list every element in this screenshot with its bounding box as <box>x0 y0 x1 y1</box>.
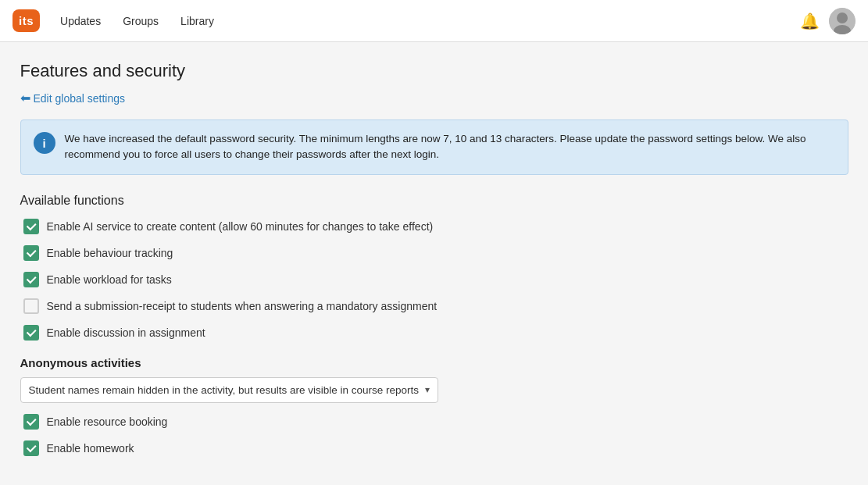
info-icon: i <box>34 132 55 154</box>
nav-item-groups[interactable]: Groups <box>112 0 170 42</box>
checkbox-ai-service[interactable] <box>23 219 39 234</box>
navbar-right: 🔔 <box>800 8 855 34</box>
checkbox-row-3: Send a submission-receipt to students wh… <box>20 298 848 314</box>
checkbox-label-resource-booking: Enable resource booking <box>47 415 168 428</box>
info-banner-text: We have increased the default password s… <box>65 131 835 163</box>
navbar: its Updates Groups Library 🔔 <box>0 0 868 42</box>
edit-link-label: Edit global settings <box>34 92 126 105</box>
nav-menu: Updates Groups Library <box>49 0 800 42</box>
checkbox-submission-receipt[interactable] <box>23 298 39 314</box>
dropdown-selected-value: Student names remain hidden in the activ… <box>29 384 420 396</box>
checkbox-discussion-assignment[interactable] <box>23 325 39 341</box>
checkbox-label-submission-receipt: Send a submission-receipt to students wh… <box>47 300 438 312</box>
checkbox-workload-tasks[interactable] <box>23 272 39 287</box>
brand-logo-text: its <box>19 14 34 27</box>
available-functions-heading: Available functions <box>20 194 848 208</box>
svg-point-1 <box>837 12 848 23</box>
checkbox-label-workload-tasks: Enable workload for tasks <box>47 273 172 286</box>
anonymous-activities-heading: Anonymous activities <box>20 356 848 369</box>
checkbox-label-discussion-assignment: Enable discussion in assignment <box>47 326 205 339</box>
checkbox-label-ai-service: Enable AI service to create content (all… <box>47 220 434 233</box>
brand-logo[interactable]: its <box>13 9 40 32</box>
anonymous-activities-dropdown[interactable]: Student names remain hidden in the activ… <box>20 377 439 403</box>
notifications-icon[interactable]: 🔔 <box>800 12 820 30</box>
edit-global-settings-link[interactable]: ⬅ Edit global settings <box>20 91 126 105</box>
avatar[interactable] <box>829 8 855 34</box>
checkbox-label-homework: Enable homework <box>47 442 134 455</box>
checkbox-resource-booking[interactable] <box>23 414 39 430</box>
page-title: Features and security <box>20 61 848 81</box>
checkbox-row-2: Enable workload for tasks <box>20 272 848 287</box>
info-banner: i We have increased the default password… <box>20 119 848 175</box>
back-arrow-icon: ⬅ <box>20 91 30 105</box>
checkbox-row-1: Enable behaviour tracking <box>20 245 848 261</box>
checkbox-homework[interactable] <box>23 440 39 456</box>
nav-item-library[interactable]: Library <box>170 0 225 42</box>
checkbox-behaviour-tracking[interactable] <box>23 245 39 261</box>
checkbox-row-homework: Enable homework <box>20 440 848 456</box>
checkbox-label-behaviour-tracking: Enable behaviour tracking <box>47 247 173 259</box>
chevron-down-icon: ▾ <box>425 384 430 395</box>
page-content: Features and security ⬅ Edit global sett… <box>5 42 864 485</box>
nav-item-updates[interactable]: Updates <box>49 0 112 42</box>
checkbox-row-4: Enable discussion in assignment <box>20 325 848 341</box>
checkbox-row-resource-booking: Enable resource booking <box>20 414 848 430</box>
checkbox-row-0: Enable AI service to create content (all… <box>20 219 848 234</box>
